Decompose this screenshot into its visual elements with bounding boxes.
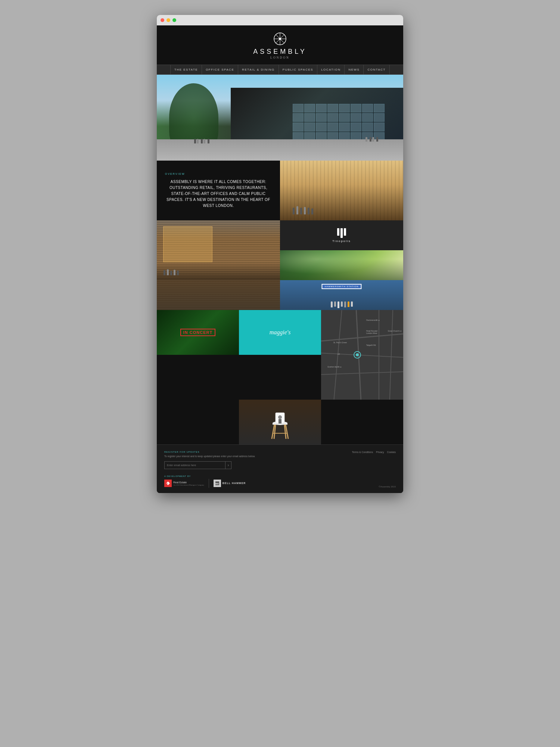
logo-icon bbox=[273, 32, 287, 46]
footer-right: Terms & Conditions Privacy Cookies bbox=[282, 451, 396, 469]
footer-bottom: A DEVELOPMENT BY K Real Estate An AXA In… bbox=[157, 475, 403, 493]
map-label-a4: A4 bbox=[337, 353, 340, 355]
right-column: Tinopolis bbox=[280, 220, 403, 280]
real-estate-sub: An AXA Investment Managers Company bbox=[173, 484, 204, 486]
bh-logo-svg: BH bbox=[215, 481, 220, 486]
map-label-church: Great Church Ln bbox=[388, 330, 402, 332]
footer-links: Terms & Conditions Privacy Cookies bbox=[352, 451, 396, 453]
nav-item-contact[interactable]: CONTACT bbox=[364, 65, 390, 74]
real-estate-name: Real Estate bbox=[173, 481, 204, 484]
station-cell: HAMMERSMITH STATION bbox=[280, 280, 403, 310]
bellhammer-text: BELL HAMMER bbox=[223, 482, 246, 484]
content-grid-bottom: IN CONCERT maggie's Hammersmith ● St. Pa… bbox=[157, 310, 403, 400]
street-building bbox=[157, 220, 280, 280]
register-label: REGISTER FOR UPDATES bbox=[164, 451, 278, 453]
main-nav: THE ESTATE OFFICE SPACE RETAIL & DINING … bbox=[157, 65, 403, 75]
overview-text: ASSEMBLY IS WHERE IT ALL COMES TOGETHER:… bbox=[165, 179, 272, 209]
browser-titlebar bbox=[157, 15, 403, 25]
register-text: To register your interest and to keep up… bbox=[164, 455, 278, 458]
map-label-hammersmith: Hammersmith ● bbox=[366, 319, 380, 321]
hero-image bbox=[157, 75, 403, 161]
bellhammer-logo: BH BELL HAMMER bbox=[214, 480, 246, 487]
tinopolis-icon bbox=[337, 228, 346, 238]
station-crowd bbox=[280, 301, 403, 308]
brand-sub: LONDON bbox=[157, 56, 403, 59]
browser-dot-green[interactable] bbox=[172, 18, 176, 22]
maggies-text: maggie's bbox=[270, 329, 291, 336]
station-sign: HAMMERSMITH STATION bbox=[321, 284, 361, 289]
interior-image bbox=[280, 161, 403, 220]
footer-dev-section: A DEVELOPMENT BY K Real Estate An AXA In… bbox=[164, 475, 246, 488]
nav-item-estate[interactable]: THE ESTATE bbox=[170, 65, 202, 74]
map-pin-inner bbox=[356, 353, 359, 356]
footer-left: REGISTER FOR UPDATES To register your in… bbox=[164, 451, 278, 469]
browser-dot-yellow[interactable] bbox=[167, 18, 170, 22]
footer-link-terms[interactable]: Terms & Conditions bbox=[352, 451, 373, 453]
email-input-wrap: › bbox=[164, 461, 231, 469]
map-label-stpauls: St. Paul's Green bbox=[333, 341, 347, 344]
chair-svg bbox=[269, 409, 291, 443]
footer-link-cookies[interactable]: Cookies bbox=[387, 451, 396, 453]
map-cell: Hammersmith ● St. Paul's Green A4 Everto… bbox=[321, 310, 403, 400]
maggies-cell: maggie's bbox=[239, 310, 321, 355]
content-grid-row1: OVERVIEW ASSEMBLY IS WHERE IT ALL COMES … bbox=[157, 161, 403, 220]
browser-window: ASSEMBLY LONDON THE ESTATE OFFICE SPACE … bbox=[157, 15, 403, 493]
svg-text:K: K bbox=[167, 483, 168, 484]
brand-name: ASSEMBLY bbox=[157, 48, 403, 56]
chair-cell bbox=[239, 400, 321, 444]
tinopolis-cell: Tinopolis bbox=[280, 220, 403, 250]
overview-cell: OVERVIEW ASSEMBLY IS WHERE IT ALL COMES … bbox=[157, 161, 280, 220]
map-roads bbox=[321, 310, 403, 400]
email-input[interactable] bbox=[165, 462, 225, 468]
interior-image-cell bbox=[280, 161, 403, 220]
content-grid-chair-row bbox=[157, 400, 403, 444]
dev-label: A DEVELOPMENT BY bbox=[164, 475, 246, 477]
site-footer: REGISTER FOR UPDATES To register your in… bbox=[157, 444, 403, 475]
content-grid-row3: HAMMERSMITH STATION bbox=[157, 280, 403, 310]
street-image-cell bbox=[157, 220, 280, 280]
svg-rect-15 bbox=[279, 419, 281, 424]
nav-item-retail[interactable]: RETAIL & DINING bbox=[238, 65, 279, 74]
nav-item-office[interactable]: OFFICE SPACE bbox=[202, 65, 238, 74]
map-label-apollo: Everton Apollo ● bbox=[328, 366, 342, 368]
svg-text:BH: BH bbox=[215, 483, 219, 485]
trees-cell bbox=[280, 250, 403, 280]
concert-main-text: IN CONCERT bbox=[180, 329, 215, 336]
trees-overlay bbox=[280, 250, 403, 280]
concert-sign: IN CONCERT bbox=[180, 329, 215, 336]
svg-point-5 bbox=[279, 38, 281, 40]
footer-link-privacy[interactable]: Privacy bbox=[376, 451, 384, 453]
bellhammer-icon: BH bbox=[214, 480, 221, 487]
svg-point-14 bbox=[278, 415, 282, 419]
real-estate-logo: K Real Estate An AXA Investment Managers… bbox=[164, 480, 204, 487]
building-render bbox=[157, 75, 403, 161]
interior-people bbox=[292, 190, 391, 214]
concert-cell: IN CONCERT bbox=[157, 310, 239, 355]
browser-dot-red[interactable] bbox=[161, 18, 164, 22]
street-lower-cell bbox=[157, 280, 280, 310]
email-submit-button[interactable]: › bbox=[225, 462, 231, 469]
copyright: ©Assembly 2015 bbox=[379, 486, 396, 488]
nav-item-location[interactable]: LOCATION bbox=[317, 65, 345, 74]
content-grid-row2: Tinopolis bbox=[157, 220, 403, 280]
map-label-novotel: Hotel NovotelLondon West bbox=[366, 330, 377, 334]
people-group-2 bbox=[365, 135, 379, 142]
tinopolis-label: Tinopolis bbox=[332, 239, 351, 243]
real-estate-icon: K bbox=[164, 480, 172, 487]
map-label-talgarth: Talgarth Rd bbox=[366, 344, 376, 346]
real-estate-text: Real Estate An AXA Investment Managers C… bbox=[173, 481, 204, 486]
site-header: ASSEMBLY LONDON bbox=[157, 25, 403, 65]
people-group bbox=[194, 137, 210, 143]
footer-divider bbox=[209, 479, 209, 488]
nav-item-public[interactable]: PUBLIC SPACES bbox=[279, 65, 317, 74]
overview-label: OVERVIEW bbox=[165, 173, 272, 175]
nav-item-news[interactable]: NEWS bbox=[345, 65, 364, 74]
map-pin bbox=[354, 351, 361, 359]
ke-logo-svg: K bbox=[165, 481, 171, 486]
